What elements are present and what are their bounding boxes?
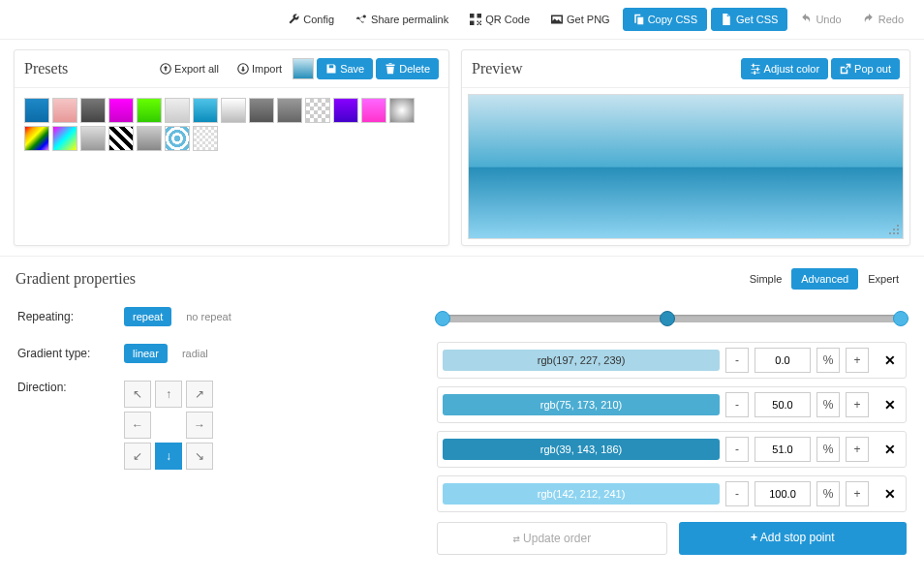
delete-button[interactable]: Delete: [376, 58, 439, 79]
tab-expert[interactable]: Expert: [858, 268, 909, 290]
dir-w[interactable]: ←: [124, 412, 151, 439]
linear-toggle[interactable]: linear: [124, 344, 168, 363]
decrement-button[interactable]: -: [725, 481, 749, 506]
section-title: Gradient properties: [15, 270, 136, 288]
preset-swatch[interactable]: [80, 126, 106, 151]
slider-handle[interactable]: [435, 311, 450, 326]
remove-stop-button[interactable]: ✕: [884, 486, 896, 502]
exportall-label: Export all: [174, 63, 219, 75]
undo-button[interactable]: Undo: [791, 9, 849, 30]
preset-swatch[interactable]: [333, 98, 358, 123]
preset-swatch[interactable]: [24, 126, 49, 151]
gradient-slider[interactable]: [443, 315, 901, 322]
dir-s[interactable]: ↓: [155, 443, 182, 470]
preset-swatch[interactable]: [389, 98, 415, 123]
svg-point-3: [897, 229, 899, 230]
preset-swatch[interactable]: [165, 126, 190, 151]
dir-se[interactable]: ↘: [186, 443, 213, 470]
preset-swatch[interactable]: [80, 98, 106, 123]
color-value[interactable]: rgb(75, 173, 210): [443, 394, 720, 415]
tab-simple[interactable]: Simple: [740, 268, 792, 290]
export-icon: [160, 63, 171, 75]
preset-swatch[interactable]: [108, 126, 134, 151]
add-stop-button[interactable]: + Add stop point: [679, 522, 907, 555]
increment-button[interactable]: +: [846, 437, 869, 462]
tab-advanced[interactable]: Advanced: [791, 268, 858, 290]
preset-swatch[interactable]: [24, 98, 49, 123]
dir-e[interactable]: →: [186, 412, 213, 439]
remove-stop-button[interactable]: ✕: [884, 442, 896, 457]
qr-button[interactable]: QR Code: [461, 9, 539, 30]
preset-swatch[interactable]: [277, 98, 302, 123]
preset-swatch[interactable]: [221, 98, 246, 123]
preset-swatch[interactable]: [52, 126, 77, 151]
radial-toggle[interactable]: radial: [173, 344, 217, 363]
popout-button[interactable]: Pop out: [831, 58, 900, 79]
adjust-color-button[interactable]: Adjust color: [741, 58, 828, 79]
dir-nw[interactable]: ↖: [124, 381, 151, 408]
repeating-label: Repeating:: [17, 310, 124, 323]
preset-swatch[interactable]: [249, 98, 274, 123]
resize-handle-icon[interactable]: [888, 224, 900, 235]
getcss-button[interactable]: Get CSS: [711, 8, 787, 31]
share-button[interactable]: Share permalink: [347, 9, 457, 30]
decrement-button[interactable]: -: [725, 437, 749, 462]
preset-swatch[interactable]: [193, 126, 218, 151]
stop-row: rgb(75, 173, 210)-%+✕: [437, 386, 907, 423]
color-value[interactable]: rgb(142, 212, 241): [443, 483, 720, 505]
unit-button[interactable]: %: [816, 348, 840, 373]
unit-button[interactable]: %: [816, 481, 840, 506]
dir-n[interactable]: ↑: [155, 381, 182, 408]
preset-swatch[interactable]: [137, 98, 162, 123]
color-value[interactable]: rgb(197, 227, 239): [443, 350, 720, 371]
redo-button[interactable]: Redo: [854, 9, 912, 30]
save-button[interactable]: Save: [317, 58, 373, 79]
config-button[interactable]: Config: [279, 9, 343, 30]
increment-button[interactable]: +: [846, 392, 869, 417]
slider-handle[interactable]: [893, 311, 909, 326]
preview-area: [468, 94, 904, 239]
decrement-button[interactable]: -: [725, 392, 749, 417]
copycss-label: Copy CSS: [648, 14, 697, 25]
copycss-button[interactable]: Copy CSS: [623, 8, 707, 31]
preset-swatch[interactable]: [137, 126, 162, 151]
presets-title: Presets: [24, 60, 152, 77]
preset-swatch[interactable]: [108, 98, 134, 123]
config-label: Config: [303, 14, 334, 25]
repeat-toggle-on[interactable]: repeat: [124, 307, 171, 326]
preset-swatch[interactable]: [361, 98, 386, 123]
exportall-button[interactable]: Export all: [152, 59, 227, 78]
remove-stop-button[interactable]: ✕: [884, 352, 896, 368]
position-input[interactable]: [755, 481, 811, 506]
dir-ne[interactable]: ↗: [186, 381, 213, 408]
preset-swatch[interactable]: [305, 98, 330, 123]
color-value[interactable]: rgb(39, 143, 186): [443, 439, 720, 460]
current-preset-swatch[interactable]: [293, 58, 314, 79]
unit-button[interactable]: %: [816, 392, 840, 417]
preset-swatch[interactable]: [52, 98, 77, 123]
png-button[interactable]: Get PNG: [542, 9, 619, 30]
decrement-button[interactable]: -: [725, 348, 749, 373]
update-order-button[interactable]: ⇄ Update order: [437, 522, 666, 555]
import-icon: [237, 63, 249, 75]
increment-button[interactable]: +: [846, 348, 869, 373]
unit-button[interactable]: %: [816, 437, 840, 462]
presets-panel: Presets Export all Import Save Delete: [14, 49, 449, 246]
preset-swatch[interactable]: [193, 98, 218, 123]
popout-icon: [840, 63, 851, 75]
import-label: Import: [252, 63, 282, 75]
add-label: Add stop point: [760, 531, 835, 544]
dir-sw[interactable]: ↙: [124, 443, 151, 470]
remove-stop-button[interactable]: ✕: [884, 397, 896, 413]
left-column: Repeating: repeat no repeat Gradient typ…: [17, 307, 417, 555]
slider-handle[interactable]: [660, 311, 675, 326]
position-input[interactable]: [755, 392, 811, 417]
stops-list: rgb(197, 227, 239)-%+✕rgb(75, 173, 210)-…: [437, 342, 907, 512]
import-button[interactable]: Import: [230, 59, 290, 78]
increment-button[interactable]: +: [846, 481, 869, 506]
position-input[interactable]: [755, 437, 811, 462]
preset-swatch[interactable]: [165, 98, 190, 123]
position-input[interactable]: [755, 348, 811, 373]
direction-label: Direction:: [17, 381, 124, 394]
repeat-toggle-off[interactable]: no repeat: [177, 307, 239, 326]
